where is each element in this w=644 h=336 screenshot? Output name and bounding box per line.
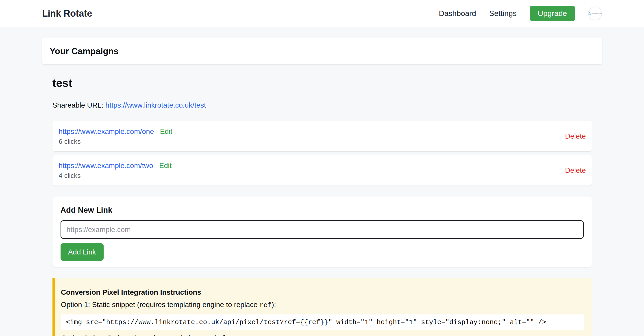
top-navigation-bar: Link Rotate Dashboard Settings Upgrade a… bbox=[0, 0, 644, 27]
pixel-option-2: Option 2: JavaScript snippet (no templat… bbox=[61, 333, 584, 336]
pixel-instructions-title: Conversion Pixel Integration Instruction… bbox=[61, 288, 584, 297]
conversion-pixel-instructions: Conversion Pixel Integration Instruction… bbox=[52, 278, 592, 336]
shareable-url-line: Shareable URL: https://www.linkrotate.co… bbox=[52, 101, 592, 110]
pixel-option-1-suffix: ): bbox=[272, 300, 276, 309]
main-nav: Dashboard Settings Upgrade adWeb Dev bbox=[439, 6, 602, 21]
nav-dashboard[interactable]: Dashboard bbox=[439, 9, 476, 18]
campaigns-title: Your Campaigns bbox=[50, 46, 118, 56]
pixel-static-snippet-code[interactable]: <img src="https://www.linkrotate.co.uk/a… bbox=[61, 314, 584, 330]
add-new-link-title: Add New Link bbox=[60, 206, 584, 215]
pixel-option-1: Option 1: Static snippet (requires templ… bbox=[61, 300, 584, 310]
edit-link[interactable]: Edit bbox=[160, 127, 172, 135]
campaigns-header-card: Your Campaigns bbox=[42, 38, 602, 64]
shareable-url-link[interactable]: https://www.linkrotate.co.uk/test bbox=[106, 101, 206, 109]
nav-settings[interactable]: Settings bbox=[489, 9, 517, 18]
link-clicks-count: 6 clicks bbox=[59, 137, 592, 146]
add-link-button[interactable]: Add Link bbox=[60, 243, 104, 261]
link-clicks-count: 4 clicks bbox=[59, 171, 592, 180]
upgrade-button[interactable]: Upgrade bbox=[530, 6, 575, 21]
link-url[interactable]: https://www.example.com/one bbox=[59, 127, 154, 135]
link-row: https://www.example.com/two Edit 4 click… bbox=[52, 155, 592, 186]
avatar-logo-icon bbox=[588, 12, 592, 16]
new-link-url-input[interactable] bbox=[60, 220, 584, 239]
main-content: Your Campaigns test Shareable URL: https… bbox=[42, 38, 602, 336]
avatar-label: adWeb Dev bbox=[592, 12, 602, 15]
link-row-main: https://www.example.com/one Edit bbox=[59, 127, 592, 136]
delete-link[interactable]: Delete bbox=[565, 132, 586, 140]
link-url[interactable]: https://www.example.com/two bbox=[59, 161, 153, 170]
shareable-url-label: Shareable URL: bbox=[52, 101, 104, 109]
app-logo[interactable]: Link Rotate bbox=[42, 8, 92, 19]
user-avatar[interactable]: adWeb Dev bbox=[588, 7, 602, 21]
delete-link[interactable]: Delete bbox=[565, 166, 586, 175]
pixel-option-1-code: ref bbox=[260, 301, 272, 309]
link-row: https://www.example.com/one Edit 6 click… bbox=[52, 121, 592, 151]
link-row-main: https://www.example.com/two Edit bbox=[59, 161, 592, 170]
add-new-link-card: Add New Link Add Link bbox=[52, 197, 592, 267]
edit-link[interactable]: Edit bbox=[159, 161, 172, 170]
campaign-name: test bbox=[52, 76, 592, 90]
campaign-section: test Shareable URL: https://www.linkrota… bbox=[42, 76, 602, 336]
pixel-option-1-prefix: Option 1: Static snippet (requires templ… bbox=[61, 300, 260, 309]
